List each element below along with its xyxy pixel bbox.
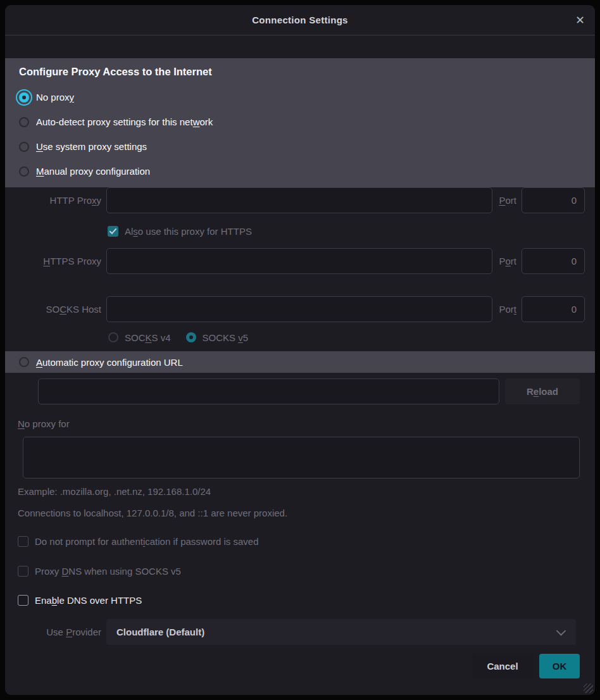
no-proxy-for-label: No proxy for — [18, 418, 595, 430]
proxy-dns-socks5-checkbox[interactable]: Proxy DNS when using SOCKS v5 — [18, 565, 595, 577]
socks-v5-label[interactable]: SOCKS v5 — [203, 332, 249, 343]
ok-button[interactable]: OK — [539, 654, 580, 678]
localhost-note-text: Connections to localhost, 127.0.0.1/8, a… — [18, 508, 595, 520]
pac-url-input[interactable] — [38, 378, 499, 404]
use-provider-label: Use Provider — [5, 627, 106, 637]
resize-grip[interactable] — [584, 684, 593, 693]
radio-icon[interactable] — [108, 332, 118, 342]
radio-label: Automatic proxy configuration URL — [36, 357, 183, 368]
http-port-label: Port — [499, 195, 516, 206]
screen: Connection Settings ✕ Configure Proxy Ac… — [0, 0, 600, 700]
proxy-mode-group: Configure Proxy Access to the Internet N… — [5, 58, 595, 187]
reload-button[interactable]: Reload — [505, 378, 580, 404]
provider-selected-value: Cloudflare (Default) — [116, 627, 204, 637]
radio-automatic-pac[interactable]: Automatic proxy configuration URL — [5, 351, 595, 373]
chevron-down-icon — [556, 626, 566, 636]
also-https-checkbox[interactable]: Also use this proxy for HTTPS — [108, 225, 595, 237]
radio-label: No proxy — [36, 92, 74, 103]
checkbox-icon — [18, 595, 28, 606]
checkbox-label: Enable DNS over HTTPS — [35, 595, 142, 606]
socks-port-label: Port — [499, 304, 516, 315]
http-port-input[interactable] — [522, 187, 585, 213]
checkbox-icon — [18, 536, 28, 547]
checkbox-label: Also use this proxy for HTTPS — [125, 226, 252, 237]
https-proxy-input[interactable] — [106, 248, 492, 274]
radio-icon — [19, 166, 29, 177]
radio-auto-detect[interactable]: Auto-detect proxy settings for this netw… — [5, 109, 595, 134]
socks-host-input[interactable] — [106, 296, 492, 322]
provider-select[interactable]: Cloudflare (Default) — [106, 619, 576, 645]
cancel-button[interactable]: Cancel — [472, 654, 534, 678]
checkbox-label: Do not prompt for authentication if pass… — [35, 536, 259, 547]
pac-url-row: Reload — [38, 378, 580, 404]
http-proxy-row: HTTP Proxy Port — [5, 187, 585, 213]
radio-icon — [19, 142, 29, 152]
dialog-footer: Cancel OK — [5, 654, 580, 678]
checkbox-icon — [108, 226, 118, 237]
socks-host-label: SOCKS Host — [5, 304, 106, 315]
https-port-input[interactable] — [522, 248, 585, 274]
socks-host-row: SOCKS Host Port — [5, 296, 585, 322]
radio-icon — [19, 92, 29, 103]
https-proxy-label: HTTPS Proxy — [5, 256, 106, 266]
group-heading: Configure Proxy Access to the Internet — [19, 66, 595, 78]
no-prompt-auth-checkbox[interactable]: Do not prompt for authentication if pass… — [18, 535, 595, 547]
dialog-titlebar: Connection Settings ✕ — [5, 5, 595, 35]
http-proxy-label: HTTP Proxy — [5, 195, 106, 206]
https-port-label: Port — [499, 256, 516, 266]
no-proxy-for-textarea[interactable] — [23, 437, 580, 478]
http-proxy-input[interactable] — [106, 187, 492, 213]
radio-manual-proxy[interactable]: Manual proxy configuration — [5, 159, 595, 184]
radio-label: Use system proxy settings — [36, 141, 147, 152]
socks-port-input[interactable] — [522, 296, 585, 322]
connection-settings-dialog: Connection Settings ✕ Configure Proxy Ac… — [5, 5, 595, 695]
socks-v4-label[interactable]: SOCKS v4 — [125, 332, 171, 343]
checkbox-icon — [18, 566, 28, 577]
radio-label: Manual proxy configuration — [36, 166, 150, 177]
socks-version-group: SOCKS v4 SOCKS v5 — [108, 330, 595, 344]
checkbox-label: Proxy DNS when using SOCKS v5 — [35, 566, 181, 577]
radio-no-proxy[interactable]: No proxy — [5, 85, 595, 109]
https-proxy-row: HTTPS Proxy Port — [5, 248, 585, 274]
dialog-title: Connection Settings — [252, 15, 348, 25]
radio-label: Auto-detect proxy settings for this netw… — [36, 116, 213, 127]
enable-doh-checkbox[interactable]: Enable DNS over HTTPS — [18, 594, 595, 606]
radio-icon[interactable] — [186, 332, 196, 342]
radio-icon — [19, 357, 29, 367]
radio-system-proxy[interactable]: Use system proxy settings — [5, 134, 595, 159]
close-icon[interactable]: ✕ — [575, 15, 585, 26]
no-proxy-example-text: Example: .mozilla.org, .net.nz, 192.168.… — [18, 486, 595, 498]
doh-provider-row: Use Provider Cloudflare (Default) — [5, 619, 576, 645]
radio-icon — [19, 117, 29, 127]
